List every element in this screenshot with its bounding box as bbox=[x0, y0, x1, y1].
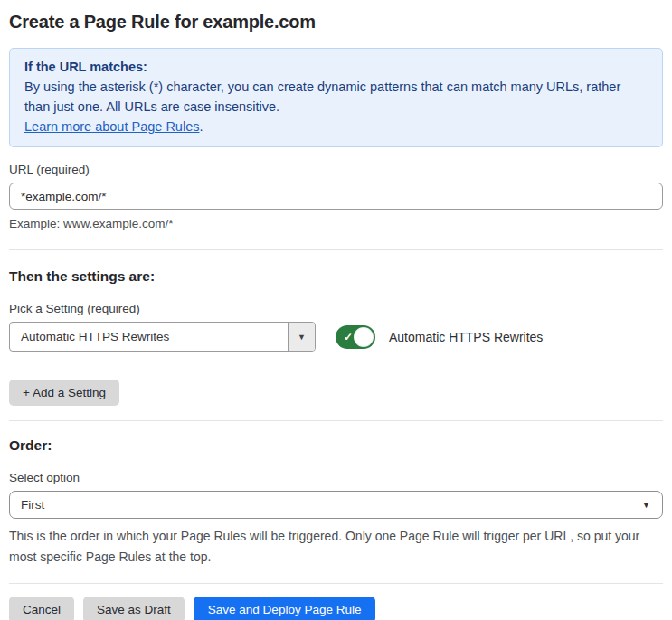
order-heading: Order: bbox=[9, 437, 663, 454]
link-suffix: . bbox=[199, 119, 203, 134]
setting-select[interactable]: Automatic HTTPS Rewrites ▼ bbox=[9, 322, 316, 352]
setting-toggle[interactable]: ✓ bbox=[336, 325, 375, 349]
settings-heading: Then the settings are: bbox=[9, 268, 663, 285]
url-label: URL (required) bbox=[9, 163, 663, 176]
order-helper: This is the order in which your Page Rul… bbox=[9, 526, 663, 568]
chevron-down-icon: ▼ bbox=[298, 333, 306, 342]
setting-select-value: Automatic HTTPS Rewrites bbox=[10, 323, 288, 351]
page-title: Create a Page Rule for example.com bbox=[9, 12, 663, 33]
toggle-knob bbox=[354, 327, 374, 347]
url-input[interactable] bbox=[9, 183, 663, 210]
info-box-link-line: Learn more about Page Rules. bbox=[24, 117, 648, 136]
footer-actions: Cancel Save as Draft Save and Deploy Pag… bbox=[9, 597, 663, 620]
order-select-value: First bbox=[21, 498, 44, 512]
setting-row: Automatic HTTPS Rewrites ▼ ✓ Automatic H… bbox=[9, 322, 663, 352]
save-and-deploy-button[interactable]: Save and Deploy Page Rule bbox=[194, 597, 376, 620]
order-select[interactable]: First ▼ bbox=[9, 491, 663, 519]
info-box-heading: If the URL matches: bbox=[24, 57, 648, 77]
url-helper: Example: www.example.com/* bbox=[9, 217, 663, 230]
save-as-draft-button[interactable]: Save as Draft bbox=[83, 597, 185, 620]
toggle-label: Automatic HTTPS Rewrites bbox=[389, 330, 543, 344]
order-select-label: Select option bbox=[9, 471, 663, 484]
pick-setting-label: Pick a Setting (required) bbox=[9, 302, 663, 315]
divider bbox=[9, 420, 663, 421]
divider bbox=[9, 583, 663, 584]
learn-more-link[interactable]: Learn more about Page Rules bbox=[24, 119, 199, 134]
check-icon: ✓ bbox=[344, 332, 353, 343]
info-box-body: By using the asterisk (*) character, you… bbox=[24, 77, 648, 117]
chevron-down-icon: ▼ bbox=[642, 501, 650, 510]
setting-select-arrow-button[interactable]: ▼ bbox=[288, 323, 315, 351]
add-setting-button[interactable]: + Add a Setting bbox=[9, 380, 119, 406]
url-matches-info-box: If the URL matches: By using the asteris… bbox=[9, 48, 663, 147]
divider bbox=[9, 249, 663, 250]
cancel-button[interactable]: Cancel bbox=[9, 597, 74, 620]
